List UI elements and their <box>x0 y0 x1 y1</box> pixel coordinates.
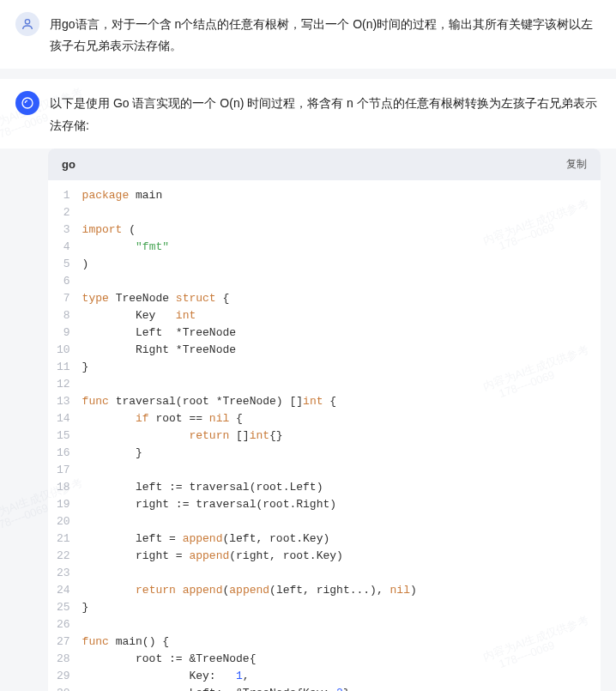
code-line <box>82 462 601 479</box>
code-line: ) <box>82 256 601 273</box>
line-number: 21 <box>57 530 70 548</box>
line-number: 18 <box>57 479 70 496</box>
code-line <box>82 513 601 530</box>
code-line: } <box>82 445 601 462</box>
code-line <box>82 376 601 393</box>
code-line: Right *TreeNode <box>82 342 601 359</box>
code-line: right = append(right, root.Key) <box>82 548 601 565</box>
line-number: 9 <box>57 324 70 342</box>
ai-message-text: 以下是使用 Go 语言实现的一个 O(n) 时间过程，将含有 n 个节点的任意有… <box>50 91 601 136</box>
line-number: 14 <box>57 410 70 427</box>
code-line <box>82 565 601 582</box>
code-header: go 复制 <box>48 149 601 180</box>
code-content[interactable]: package main import ( "fmt") type TreeNo… <box>82 187 601 691</box>
line-number: 27 <box>57 633 70 651</box>
line-number: 16 <box>57 445 70 462</box>
line-number: 24 <box>57 582 70 599</box>
line-number: 25 <box>57 599 70 616</box>
line-number: 17 <box>57 462 70 479</box>
line-number: 6 <box>57 273 70 290</box>
line-number: 13 <box>57 393 70 410</box>
code-line <box>82 204 601 221</box>
ai-message: 以下是使用 Go 语言实现的一个 O(n) 时间过程，将含有 n 个节点的任意有… <box>0 79 616 148</box>
line-number: 28 <box>57 651 70 668</box>
svg-point-0 <box>25 20 29 24</box>
line-number: 8 <box>57 307 70 324</box>
line-number: 30 <box>57 685 70 691</box>
line-numbers: 1234567891011121314151617181920212223242… <box>48 187 82 691</box>
code-line <box>82 273 601 290</box>
line-number: 7 <box>57 290 70 307</box>
code-line <box>82 616 601 633</box>
line-number: 19 <box>57 496 70 513</box>
code-line: left = append(left, root.Key) <box>82 530 601 548</box>
user-message-text: 用go语言，对于一个含 n个结点的任意有根树，写出一个 O(n)时间的过程，输出… <box>50 12 601 57</box>
code-line: func traversal(root *TreeNode) []int { <box>82 393 601 410</box>
code-block: go 复制 1234567891011121314151617181920212… <box>48 149 601 691</box>
user-message: 用go语言，对于一个含 n个结点的任意有根树，写出一个 O(n)时间的过程，输出… <box>0 0 616 69</box>
line-number: 23 <box>57 565 70 582</box>
code-line: "fmt" <box>82 239 601 256</box>
line-number: 29 <box>57 668 70 685</box>
line-number: 22 <box>57 548 70 565</box>
code-line: } <box>82 599 601 616</box>
code-line: } <box>82 359 601 376</box>
svg-point-1 <box>22 98 33 108</box>
code-line: root := &TreeNode{ <box>82 651 601 668</box>
code-line: if root == nil { <box>82 410 601 427</box>
line-number: 10 <box>57 342 70 359</box>
code-line: return []int{} <box>82 427 601 445</box>
code-line: type TreeNode struct { <box>82 290 601 307</box>
line-number: 26 <box>57 616 70 633</box>
line-number: 12 <box>57 376 70 393</box>
code-line: Left *TreeNode <box>82 324 601 342</box>
watermark: 178----0069 <box>0 501 50 533</box>
code-line: right := traversal(root.Right) <box>82 496 601 513</box>
code-line: return append(append(left, right...), ni… <box>82 582 601 599</box>
line-number: 1 <box>57 187 70 204</box>
code-line: left := traversal(root.Left) <box>82 479 601 496</box>
copy-button[interactable]: 复制 <box>566 157 587 172</box>
line-number: 5 <box>57 256 70 273</box>
user-avatar-icon <box>15 12 39 36</box>
code-body: 1234567891011121314151617181920212223242… <box>48 180 601 691</box>
code-line: Key: 1, <box>82 668 601 685</box>
line-number: 11 <box>57 359 70 376</box>
line-number: 2 <box>57 204 70 221</box>
code-line: func main() { <box>82 633 601 651</box>
line-number: 15 <box>57 427 70 445</box>
line-number: 3 <box>57 221 70 239</box>
code-line: Left: &TreeNode{Key: 2}, <box>82 685 601 691</box>
code-line: package main <box>82 187 601 204</box>
line-number: 4 <box>57 239 70 256</box>
code-language-label: go <box>62 158 75 171</box>
line-number: 20 <box>57 513 70 530</box>
code-line: Key int <box>82 307 601 324</box>
ai-avatar-icon <box>15 91 39 115</box>
code-line: import ( <box>82 221 601 239</box>
